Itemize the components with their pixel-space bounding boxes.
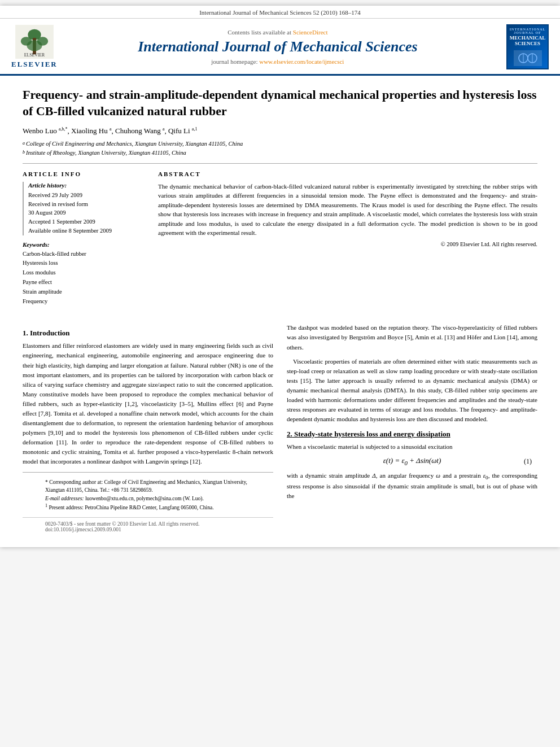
article-content: Frequency- and strain-amplitude-dependen… xyxy=(0,76,560,317)
elsevier-logo: ELSEVIER ELSEVIER xyxy=(11,25,58,69)
sciencedirect-link[interactable]: ScienceDirect xyxy=(293,29,328,36)
footnote-one: 1 Present address: PetroChina Pipeline R… xyxy=(45,503,251,512)
keyword-6: Frequency xyxy=(23,297,147,307)
section1-para1: Elastomers and filler reinforced elastom… xyxy=(23,341,273,466)
section1-dashpot-para: The dashpot was modeled based on the rep… xyxy=(287,323,537,352)
section2-intro: When a viscoelastic material is subjecte… xyxy=(287,442,537,452)
body-left-column: 1. Introduction Elastomers and filler re… xyxy=(23,323,273,536)
article-history-box: Article history: Received 29 July 2009 R… xyxy=(23,182,147,235)
journal-logo-right: INTERNATIONAL JOURNAL OF MECHANICALSCIEN… xyxy=(498,24,549,69)
abstract-column: ABSTRACT The dynamic mechanical behavior… xyxy=(158,171,537,307)
body-columns: 1. Introduction Elastomers and filler re… xyxy=(23,323,537,536)
section2-title: 2. Steady-state hysteresis loss and ener… xyxy=(287,430,537,439)
affiliations: a College of Civil Engineering and Mecha… xyxy=(23,140,537,158)
revised-label: Received in revised form xyxy=(28,200,147,209)
info-abstract-columns: ARTICLE INFO Article history: Received 2… xyxy=(23,171,537,307)
keyword-1: Carbon-black-filled rubber xyxy=(23,250,147,259)
elsevier-tree-icon: ELSEVIER xyxy=(15,25,54,59)
section2-after-eq1: with a dynamic strain amplitude Δ, an an… xyxy=(287,471,537,501)
footnote-star: * Corresponding author at: College of Ci… xyxy=(45,478,251,495)
equation-1-number: (1) xyxy=(524,457,532,465)
available-date: Available online 8 September 2009 xyxy=(28,226,147,235)
journal-center-info: Contents lists available at ScienceDirec… xyxy=(58,29,498,64)
article-info-heading: ARTICLE INFO xyxy=(23,171,147,177)
svg-text:ELSEVIER: ELSEVIER xyxy=(24,53,45,58)
svg-point-5 xyxy=(27,40,42,51)
equation-1: ε(t) = ε0 + Δsin(ωt) xyxy=(383,456,441,466)
authors-text: Wenbo Luo a,b,*, Xiaoling Hu a, Chuhong … xyxy=(23,126,197,135)
copyright-line: © 2009 Elsevier Ltd. All rights reserved… xyxy=(158,241,537,247)
footnote-email: E-mail addresses: luowenbo@xtu.edu.cn, p… xyxy=(45,495,251,503)
page: International Journal of Mechanical Scie… xyxy=(0,6,560,547)
mechanical-sciences-logo: INTERNATIONAL JOURNAL OF MECHANICALSCIEN… xyxy=(506,24,549,69)
journal-homepage: journal homepage: www.elsevier.com/locat… xyxy=(58,58,498,65)
doi-line: doi:10.1016/j.ijmecsci.2009.09.001 xyxy=(45,527,251,532)
section1-viscoelastic-para: Viscoelastic properties of materials are… xyxy=(287,357,537,424)
keywords-label: Keywords: xyxy=(23,241,147,248)
journal-ref-text: International Journal of Mechanical Scie… xyxy=(199,9,361,16)
issn-line: 0020-7403/$ - see front matter © 2010 El… xyxy=(45,521,251,527)
sciencedirect-availability: Contents lists available at ScienceDirec… xyxy=(58,29,498,36)
accepted-date: Accepted 1 September 2009 xyxy=(28,217,147,226)
keyword-5: Strain amplitude xyxy=(23,287,147,297)
affiliation-b: b Institute of Rheology, Xiangtan Univer… xyxy=(23,149,537,158)
history-label: Article history: xyxy=(28,182,147,189)
affiliation-a: a College of Civil Engineering and Mecha… xyxy=(23,140,537,148)
body-content: 1. Introduction Elastomers and filler re… xyxy=(0,317,560,547)
keyword-2: Hysteresis loss xyxy=(23,259,147,268)
keyword-4: Payne effect xyxy=(23,278,147,287)
journal-title: International Journal of Mechanical Scie… xyxy=(58,38,498,55)
header-divider xyxy=(23,163,537,164)
journal-reference-bar: International Journal of Mechanical Scie… xyxy=(0,6,560,19)
section2-body: When a viscoelastic material is subjecte… xyxy=(287,442,537,452)
section1-right-para: The dashpot was modeled based on the rep… xyxy=(287,323,537,423)
article-info-column: ARTICLE INFO Article history: Received 2… xyxy=(23,171,147,307)
received-date: Received 29 July 2009 xyxy=(28,191,147,200)
abstract-heading: ABSTRACT xyxy=(158,171,537,177)
journal-homepage-link[interactable]: www.elsevier.com/locate/ijmecsci xyxy=(259,58,344,65)
section2-eq1-desc: with a dynamic strain amplitude Δ, an an… xyxy=(287,471,537,501)
abstract-text: The dynamic mechanical behavior of carbo… xyxy=(158,182,537,238)
article-title: Frequency- and strain-amplitude-dependen… xyxy=(23,87,537,119)
section1-title: 1. Introduction xyxy=(23,329,273,338)
keywords-list: Carbon-black-filled rubber Hysteresis lo… xyxy=(23,250,147,307)
elsevier-brand-text: ELSEVIER xyxy=(11,60,58,69)
bottom-bar: 0020-7403/$ - see front matter © 2010 El… xyxy=(23,517,273,536)
body-right-column: The dashpot was modeled based on the rep… xyxy=(287,323,537,536)
equation-1-line: ε(t) = ε0 + Δsin(ωt) (1) xyxy=(287,456,537,466)
section1-body: Elastomers and filler reinforced elastom… xyxy=(23,341,273,466)
revised-date: 30 August 2009 xyxy=(28,208,147,217)
footnote-area: * Corresponding author at: College of Ci… xyxy=(23,472,273,517)
keyword-3: Loss modulus xyxy=(23,268,147,278)
authors-line: Wenbo Luo a,b,*, Xiaoling Hu a, Chuhong … xyxy=(23,126,537,135)
journal-header: ELSEVIER ELSEVIER Contents lists availab… xyxy=(0,19,560,76)
